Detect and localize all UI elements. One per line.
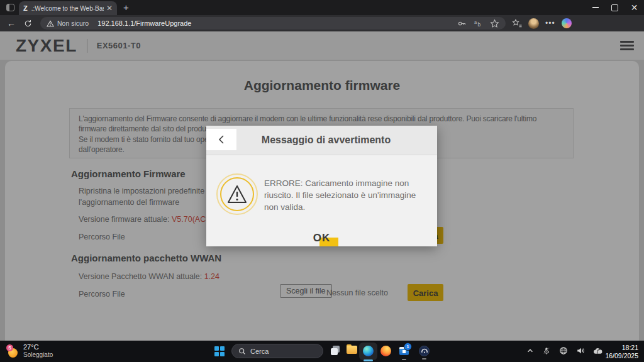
warning-modal: Messaggio di avvertimento ERRORE: Carica… xyxy=(206,126,437,246)
maximize-button[interactable] xyxy=(605,0,625,15)
translate-icon[interactable]: ab xyxy=(474,19,483,28)
weather-temp: 27°C xyxy=(23,343,53,351)
refresh-icon[interactable] xyxy=(24,19,32,28)
windows-taskbar: S 27°C Soleggiato Cerca 1 xyxy=(0,341,644,362)
not-secure-warning-icon xyxy=(47,20,54,27)
collections-icon[interactable] xyxy=(512,18,522,28)
modal-error-message: ERRORE: Caricamento immagine non riuscit… xyxy=(264,177,423,213)
microsoft-store-icon[interactable]: 1 xyxy=(399,346,409,356)
back-chevron-icon xyxy=(218,134,225,145)
password-key-icon[interactable] xyxy=(457,19,467,28)
taskbar-search[interactable]: Cerca xyxy=(231,344,323,358)
svg-text:b: b xyxy=(478,21,481,28)
modal-ok-button[interactable]: OK xyxy=(311,232,333,244)
modal-header: Messaggio di avvertimento xyxy=(206,126,437,155)
search-icon xyxy=(238,348,246,355)
address-bar-icons: ab xyxy=(457,19,499,28)
modal-footer: OK xyxy=(206,232,437,244)
edge-active-indicator xyxy=(364,359,373,361)
close-icon: ✕ xyxy=(631,3,638,12)
clock-date: 16/09/2025 xyxy=(605,352,638,360)
toolbar-right: ••• xyxy=(512,18,572,29)
search-placeholder: Cerca xyxy=(250,348,269,355)
profile-avatar[interactable] xyxy=(528,18,539,29)
copilot-icon[interactable] xyxy=(562,18,572,28)
file-explorer-icon[interactable] xyxy=(346,346,358,359)
network-globe-icon[interactable] xyxy=(559,346,568,355)
onedrive-cloud-icon[interactable] xyxy=(593,347,602,355)
favorite-star-icon[interactable] xyxy=(490,19,499,28)
warning-icon xyxy=(216,173,258,215)
edge-browser-icon[interactable] xyxy=(359,343,377,360)
back-icon[interactable]: ← xyxy=(7,18,16,28)
warning-triangle-icon xyxy=(226,184,248,204)
taskbar-clock[interactable]: 18:21 16/09/2025 xyxy=(605,344,638,359)
volume-icon[interactable] xyxy=(576,346,585,355)
security-label: Non sicuro xyxy=(57,19,89,27)
address-bar[interactable]: Non sicuro 192.168.1.1/FirmwareUpgrade a… xyxy=(40,17,506,30)
browser-toolbar: ← Non sicuro 192.168.1.1/FirmwareUpgrade… xyxy=(0,15,644,31)
maximize-icon xyxy=(611,4,618,11)
browser-menu-icon[interactable]: ••• xyxy=(545,19,555,28)
tab-title: .:Welcome to the Web-Based Co xyxy=(31,5,104,12)
modal-back-button[interactable] xyxy=(206,129,236,150)
weather-condition: Soleggiato xyxy=(23,351,53,359)
task-view-icon[interactable] xyxy=(330,345,343,358)
store-running-indicator xyxy=(402,359,406,361)
tab-workspaces-icon[interactable] xyxy=(6,4,14,11)
mic-muted-icon[interactable] xyxy=(542,346,551,355)
gauge-running-indicator xyxy=(422,358,426,360)
close-button[interactable]: ✕ xyxy=(625,0,644,15)
minimize-icon xyxy=(592,7,599,8)
url-text: 192.168.1.1/FirmwareUpgrade xyxy=(97,19,452,27)
store-notification-badge: 1 xyxy=(404,343,412,351)
browser-titlebar: Z .:Welcome to the Web-Based Co ✕ + ✕ xyxy=(0,0,644,15)
modal-title: Messaggio di avvertimento xyxy=(262,134,391,146)
start-button[interactable] xyxy=(214,346,225,356)
weather-sun-icon: S xyxy=(6,344,19,358)
window-controls: ✕ xyxy=(586,0,644,15)
svg-text:a: a xyxy=(474,19,477,25)
hidden-icons-chevron-icon[interactable] xyxy=(526,347,534,354)
gauge-app-icon[interactable] xyxy=(419,346,430,356)
minimize-button[interactable] xyxy=(586,0,605,15)
tab-close-icon[interactable]: ✕ xyxy=(106,4,113,12)
system-tray xyxy=(526,346,602,355)
firefox-icon[interactable] xyxy=(380,346,391,356)
browser-tab[interactable]: Z .:Welcome to the Web-Based Co ✕ xyxy=(19,1,117,15)
clock-time: 18:21 xyxy=(605,344,638,352)
weather-widget[interactable]: S 27°C Soleggiato xyxy=(6,343,53,359)
site-favicon: Z xyxy=(23,4,28,12)
new-tab-button[interactable]: + xyxy=(123,2,129,13)
screen: Z .:Welcome to the Web-Based Co ✕ + ✕ ← … xyxy=(0,0,644,362)
